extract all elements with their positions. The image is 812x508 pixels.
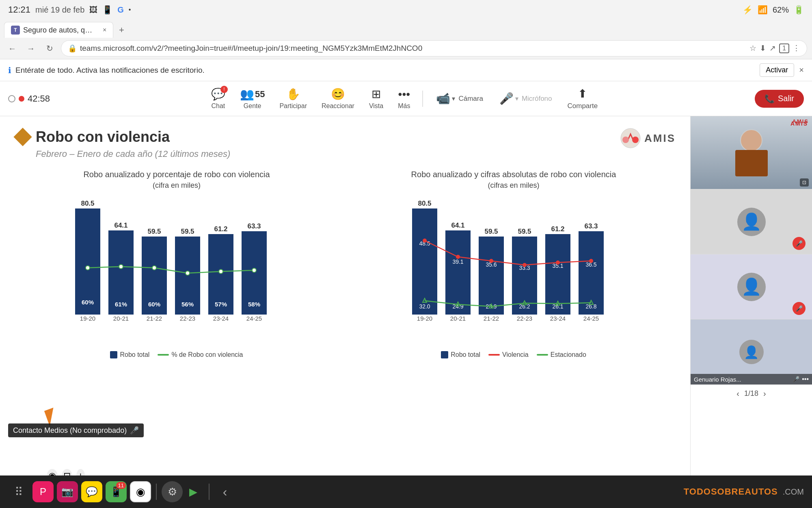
chart1-section: Robo anualizado y porcentaje de robo con… [16,169,337,358]
taskbar-camera-button[interactable]: 📷 [57,481,78,502]
active-tab[interactable]: T Seguro de autos, qué tipo d... × [4,22,113,38]
taskbar-settings-button[interactable]: ⚙ [162,481,183,502]
chat-badge: ! [220,86,228,93]
forward-button[interactable]: → [24,41,38,56]
camera-dropdown-icon: ▾ [452,95,455,102]
svg-point-68 [589,259,593,263]
chart1-wrapper: 80.5 60% 19-20 64.1 61% 20-21 59.5 60% [16,197,337,358]
tab-count-icon[interactable]: 1 [779,43,789,53]
participant-1: 👤 🎤 [691,189,812,254]
download-icon[interactable]: ⬇ [760,43,766,53]
tooltip-text: Contacto Medios (No comprobado) [13,426,127,435]
chart2-svg: 80.5 19-20 64.1 20-21 59.5 21-22 59.5 22… [353,197,674,343]
presentation-area: Robo con violencia Febrero – Enero de ca… [0,116,690,486]
svg-text:59.5: 59.5 [518,228,531,235]
svg-text:59.5: 59.5 [147,228,161,235]
mic-label: Micrófono [522,95,552,103]
legend2-violencia: Violencia [488,351,529,358]
camera-icon: 📹 [436,92,450,105]
svg-text:23-24: 23-24 [213,315,229,322]
leave-button[interactable]: 📞 Salir [755,90,804,108]
svg-text:21-22: 21-22 [484,315,499,322]
taskbar-messages-button[interactable]: 💬 [81,481,102,502]
svg-text:80.5: 80.5 [81,200,94,207]
taskbar-teams-button[interactable]: P [32,481,54,502]
svg-text:19-20: 19-20 [417,315,432,322]
messages-icon: 💬 [86,486,98,497]
taskbar-chrome-button[interactable]: ◉ [130,481,151,502]
taskbar-divider [156,484,157,500]
svg-text:19-20: 19-20 [80,315,95,322]
mic-dropdown-icon: ▾ [515,95,518,102]
image-icon: 🖼 [89,5,97,15]
notification-text: Entérate de todo. Activa las notificacio… [15,66,205,75]
share-addr-icon[interactable]: ↗ [769,43,776,53]
svg-text:59.5: 59.5 [181,228,194,235]
activar-button[interactable]: Activar [760,63,794,77]
prev-page-button[interactable]: ‹ [736,389,739,398]
tab-close-button[interactable]: × [103,26,106,34]
svg-point-28 [119,265,123,269]
avatar-1: 👤 [737,208,766,236]
notification-close-button[interactable]: × [799,65,804,75]
chart1-svg: 80.5 60% 19-20 64.1 61% 20-21 59.5 60% [16,197,337,343]
address-bar-row: ← → ↻ 🔒 teams.microsoft.com/v2/?meetingJ… [0,38,812,59]
svg-text:23-24: 23-24 [550,315,566,322]
leave-label: Salir [778,94,794,103]
recording-indicator: 42:58 [8,93,50,104]
genuario-menu-icon[interactable]: ••• [802,376,809,383]
chart2-legend: Robo total Violencia Estacionado [353,351,674,358]
mic-icon: 🎤 [499,92,514,105]
info-icon: ℹ [8,65,11,75]
svg-point-1 [622,137,629,143]
settings-icon: ⚙ [168,486,177,498]
svg-text:24-25: 24-25 [583,315,599,322]
browser-chrome: T Seguro de autos, qué tipo d... × + ← →… [0,20,812,59]
svg-text:26.2: 26.2 [519,303,530,310]
chart2-section: Robo anualizado y cifras absolutas de ro… [353,169,674,358]
reaccionar-button[interactable]: 😊 Reaccionar [316,85,360,112]
url-text: teams.microsoft.com/v2/?meetingJoin=true… [80,44,746,53]
back-button[interactable]: ← [5,41,19,56]
vista-button[interactable]: ⊞ Vista [363,85,389,112]
gente-button[interactable]: 👥 55 Gente [234,85,270,112]
gente-icon: 👥 [240,87,254,101]
star-icon[interactable]: ☆ [749,43,756,53]
taskbar-play-button[interactable]: ▶ [183,481,204,502]
mas-button[interactable]: ••• Más [392,85,416,112]
svg-point-66 [523,263,527,267]
svg-text:61%: 61% [115,301,127,308]
phone-icon: 📞 [764,94,775,104]
new-tab-button[interactable]: + [115,24,128,37]
legend2-estacionado-label: Estacionado [551,351,586,358]
genuario-actions: 🎤 ••• [793,376,809,383]
address-box[interactable]: 🔒 teams.microsoft.com/v2/?meetingJoin=tr… [61,40,807,56]
participant2-mic-muted: 🎤 [793,302,806,315]
participant-2: 👤 🎤 [691,254,812,319]
chart2-title: Robo anualizado y cifras absolutas de ro… [353,169,674,190]
video-label: ⊡ [694,178,809,187]
legend-box-icon [110,351,117,358]
next-page-button[interactable]: › [763,389,766,398]
taskbar-grid-button[interactable]: ⠿ [8,481,29,502]
taskbar-whatsapp-button[interactable]: 📱 11 [106,481,127,502]
mic-button[interactable]: 🎤 ▾ Micrófono [493,88,559,109]
genuario-icon: 👤 [744,345,759,359]
notification-left: ℹ Entérate de todo. Activa las notificac… [8,65,205,75]
svg-text:32.0: 32.0 [419,303,430,310]
menu-icon[interactable]: ⋮ [793,43,800,53]
chart2-wrapper: 80.5 19-20 64.1 20-21 59.5 21-22 59.5 22… [353,197,674,358]
mic-muted2-icon: 🎤 [796,305,803,312]
genuario-name: Genuario Rojas... [694,376,741,383]
paste-icon: P [40,486,46,497]
chat-button[interactable]: 💬 Chat ! [205,85,231,112]
svg-text:39.1: 39.1 [452,258,463,265]
refresh-button[interactable]: ↻ [42,41,57,56]
amis-logo-icon [620,128,641,149]
legend-robo-total: Robo total [110,351,149,358]
taskbar-back-button[interactable]: ‹ [214,481,235,502]
svg-text:61.2: 61.2 [214,225,227,233]
participar-button[interactable]: ✋ Participar [274,85,313,112]
share-button[interactable]: ⬆ Comparte [562,85,604,113]
camera-button[interactable]: 📹 ▾ Cámara [430,88,489,109]
